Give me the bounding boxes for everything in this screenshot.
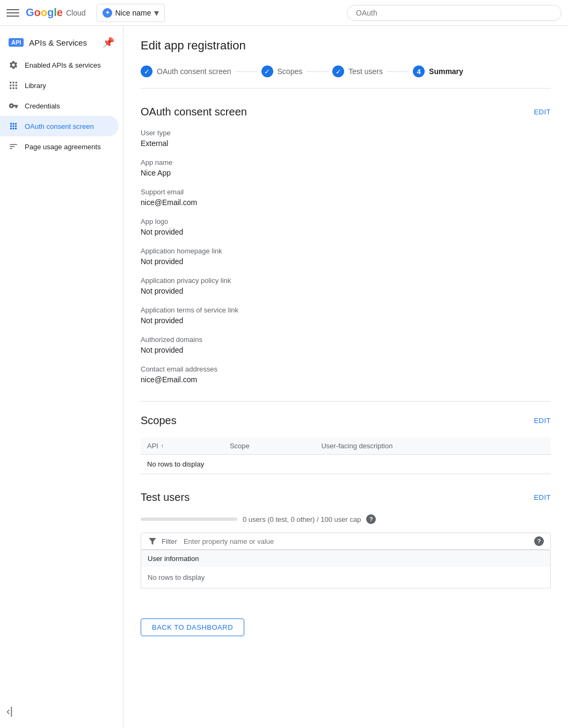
filter-label: Filter: [162, 537, 177, 545]
google-g-icon: Google: [26, 6, 63, 19]
field-contact-email: Contact email addresses nice@Email.com: [141, 365, 551, 384]
user-table-wrapper: No rows to display: [141, 567, 551, 588]
list-settings-icon: [9, 142, 18, 151]
field-homepage-link: Application homepage link Not provided: [141, 247, 551, 266]
field-label-authorized-domains: Authorized domains: [141, 336, 551, 344]
field-value-privacy-link: Not provided: [141, 287, 551, 295]
step-check-icon: ✓: [141, 65, 152, 77]
no-rows-label: No rows to display: [141, 455, 551, 474]
sidebar-item-label: Library: [25, 82, 46, 90]
step-label: Summary: [429, 67, 463, 76]
field-value-app-name: Nice App: [141, 169, 551, 177]
field-value-support-email: nice@Email.com: [141, 198, 551, 207]
field-tos-link: Application terms of service link Not pr…: [141, 306, 551, 325]
sidebar-item-label: Enabled APIs & services: [25, 61, 101, 69]
back-to-dashboard-button[interactable]: BACK TO DASHBOARD: [141, 618, 244, 636]
main-content: Edit app registration ✓ OAuth consent sc…: [123, 26, 568, 728]
step-scopes[interactable]: ✓ Scopes: [261, 65, 303, 77]
field-authorized-domains: Authorized domains Not provided: [141, 336, 551, 354]
field-value-homepage-link: Not provided: [141, 257, 551, 266]
step-label: Test users: [348, 67, 383, 76]
sidebar-item-page-usage[interactable]: Page usage agreements: [0, 136, 119, 157]
oauth-section-header: OAuth consent screen EDIT: [141, 106, 551, 118]
progress-bar-track: [141, 518, 237, 521]
settings-icon: [9, 60, 18, 70]
step-test-users[interactable]: ✓ Test users: [332, 65, 383, 77]
sidebar-item-label: OAuth consent screen: [25, 122, 94, 130]
test-users-section: Test users EDIT 0 users (0 test, 0 other…: [141, 491, 551, 588]
field-label-tos-link: Application terms of service link: [141, 306, 551, 314]
oauth-edit-button[interactable]: EDIT: [534, 108, 551, 116]
no-rows-label: No rows to display: [141, 567, 550, 588]
step-divider: [387, 71, 409, 72]
scopes-section: Scopes EDIT API ↑ Scope: [141, 414, 551, 474]
sidebar-item-oauth-consent[interactable]: OAuth consent screen: [0, 116, 119, 136]
filter-bar[interactable]: Filter ?: [141, 533, 551, 550]
sidebar-header: API APIs & Services 📌: [0, 30, 123, 55]
scopes-section-title: Scopes: [141, 414, 177, 427]
field-label-privacy-link: Application privacy policy link: [141, 276, 551, 285]
stepper: ✓ OAuth consent screen ✓ Scopes ✓ Test u…: [141, 65, 551, 89]
sidebar-item-credentials[interactable]: Credentials: [0, 96, 119, 116]
field-value-authorized-domains: Not provided: [141, 346, 551, 354]
field-value-tos-link: Not provided: [141, 316, 551, 325]
step-oauth-consent[interactable]: ✓ OAuth consent screen: [141, 65, 231, 77]
field-label-contact-email: Contact email addresses: [141, 365, 551, 373]
filter-icon: [148, 536, 157, 546]
field-label-homepage-link: Application homepage link: [141, 247, 551, 255]
search-input[interactable]: [347, 5, 562, 21]
filter-input[interactable]: [184, 537, 530, 545]
scopes-edit-button[interactable]: EDIT: [534, 417, 551, 425]
test-users-section-header: Test users EDIT: [141, 491, 551, 504]
project-icon: ✦: [103, 8, 112, 18]
dropdown-icon: ▾: [154, 7, 159, 19]
api-badge: API: [9, 38, 24, 47]
field-label-app-name: App name: [141, 158, 551, 166]
field-user-type: User type External: [141, 129, 551, 148]
grid-icon: [9, 81, 18, 90]
project-selector[interactable]: ✦ Nice name ▾: [97, 4, 165, 22]
field-label-app-logo: App logo: [141, 217, 551, 225]
test-users-section-title: Test users: [141, 491, 190, 504]
step-check-icon: ✓: [332, 65, 344, 77]
table-row-no-data: No rows to display: [141, 455, 551, 474]
sidebar-item-library[interactable]: Library: [0, 75, 119, 96]
field-app-logo: App logo Not provided: [141, 217, 551, 236]
field-value-user-type: External: [141, 139, 551, 148]
filter-help-icon[interactable]: ?: [534, 536, 544, 546]
page-title: Edit app registration: [141, 39, 551, 53]
cloud-text: Cloud: [66, 9, 86, 17]
menu-button[interactable]: [6, 6, 19, 19]
sidebar-item-enabled-apis[interactable]: Enabled APIs & services: [0, 55, 119, 75]
scopes-table: API ↑ Scope User-facing description: [141, 438, 551, 474]
sort-icon: ↑: [161, 442, 164, 450]
col-scope: Scope: [223, 438, 315, 455]
sidebar-item-label: Credentials: [25, 102, 60, 110]
field-value-app-logo: Not provided: [141, 228, 551, 236]
col-api[interactable]: API ↑: [141, 438, 223, 455]
help-icon[interactable]: ?: [366, 514, 376, 524]
field-privacy-link: Application privacy policy link Not prov…: [141, 276, 551, 295]
user-info-header: User information: [141, 550, 551, 567]
collapse-sidebar-button[interactable]: ‹|: [6, 705, 13, 717]
oauth-section-title: OAuth consent screen: [141, 106, 247, 118]
topbar: Google Cloud ✦ Nice name ▾: [0, 0, 568, 26]
google-cloud-logo[interactable]: Google Cloud: [26, 6, 86, 19]
pin-icon[interactable]: 📌: [103, 37, 114, 48]
sidebar: API APIs & Services 📌 Enabled APIs & ser…: [0, 26, 123, 728]
field-value-contact-email: nice@Email.com: [141, 375, 551, 384]
field-support-email: Support email nice@Email.com: [141, 188, 551, 207]
step-divider: [236, 71, 257, 72]
field-label-user-type: User type: [141, 129, 551, 137]
sidebar-item-label: Page usage agreements: [25, 143, 101, 151]
scopes-section-header: Scopes EDIT: [141, 414, 551, 427]
step-label: Scopes: [278, 67, 303, 76]
field-app-name: App name Nice App: [141, 158, 551, 177]
divider: [141, 401, 551, 402]
col-user-facing: User-facing description: [315, 438, 551, 455]
step-divider: [307, 71, 328, 72]
step-label: OAuth consent screen: [157, 67, 231, 76]
step-number: 4: [413, 65, 425, 77]
step-summary[interactable]: 4 Summary: [413, 65, 463, 77]
test-users-edit-button[interactable]: EDIT: [534, 493, 551, 501]
